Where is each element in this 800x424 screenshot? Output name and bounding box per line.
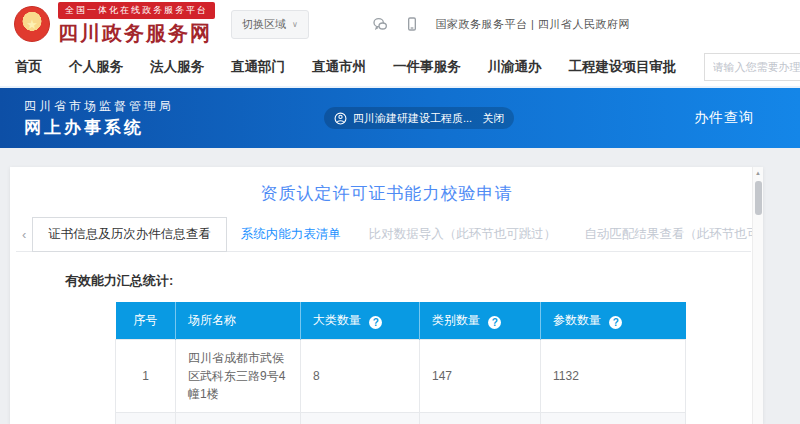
cell-category-count: 147 (420, 340, 541, 413)
site-title: 四川政务服务网 (58, 20, 215, 47)
table-row: 1 四川省成都市武侯区武科东三路9号4幢1楼 8 147 1132 (116, 340, 686, 413)
nav-item-home[interactable]: 首页 (15, 58, 42, 76)
user-name: 四川渝建研建设工程质... (353, 111, 472, 126)
region-switch-label: 切换区域 (242, 17, 286, 32)
help-icon[interactable]: ? (369, 316, 382, 329)
region-switch-button[interactable]: 切换区域 ∨ (231, 10, 309, 39)
page-title: 资质认定许可证书能力校验申请 (10, 182, 763, 205)
bureau-name: 四川省市场监督管理局 (24, 98, 174, 115)
col-header-seq: 序号 (116, 302, 176, 340)
col-header-param-count: 参数数量 ? (541, 302, 686, 340)
capability-summary-table: 序号 场所名称 大类数量 ? 类别数量 ? 参数数量 ? (115, 302, 686, 424)
system-name: 网上办事系统 (24, 116, 174, 139)
tab-data-import[interactable]: 比对数据导入（此环节也可跳过） (355, 218, 571, 251)
cell-total-major: 8 (301, 413, 420, 424)
cell-total-category: 147 (420, 413, 541, 424)
tab-auto-match-result[interactable]: 自动匹配结果查看（此环节也可跳过） (570, 218, 763, 251)
col-header-category-label: 类别数量 (432, 313, 480, 327)
tab-certificate-info[interactable]: 证书信息及历次办件信息查看 (32, 217, 227, 252)
summary-section-label: 有效能力汇总统计: (65, 272, 763, 290)
nav-search: 检索 (704, 53, 800, 81)
table-total-row: 合计 8 147 1132 (116, 413, 686, 424)
content-area: 资质认定许可证书能力校验申请 ‹ 证书信息及历次办件信息查看 系统内能力表清单 … (0, 148, 800, 424)
nav-item-legal-services[interactable]: 法人服务 (150, 58, 204, 76)
top-header: ★ 全国一体化在线政务服务平台 四川政务服务网 切换区域 ∨ 国家政务服务平台 … (0, 0, 800, 48)
user-icon (334, 112, 347, 125)
mobile-icon[interactable] (404, 16, 420, 32)
platform-ribbon: 全国一体化在线政务服务平台 (58, 2, 215, 19)
scrollbar-thumb[interactable] (755, 181, 762, 215)
case-query-link[interactable]: 办件查询 (694, 109, 754, 127)
nav-item-chuanyu[interactable]: 川渝通办 (488, 58, 542, 76)
cell-major-count: 8 (301, 340, 420, 413)
top-right-links: 国家政务服务平台 | 四川省人民政府网 (372, 16, 630, 32)
cell-total-label: 合计 (116, 413, 176, 424)
tab-capability-list[interactable]: 系统内能力表清单 (227, 218, 355, 251)
col-header-major-count: 大类数量 ? (301, 302, 420, 340)
cell-seq: 1 (116, 340, 176, 413)
chevron-down-icon: ∨ (292, 20, 298, 29)
main-nav: 首页 个人服务 法人服务 直通部门 直通市州 一件事服务 川渝通办 工程建设项目… (0, 48, 800, 88)
site-brand: 全国一体化在线政务服务平台 四川政务服务网 (58, 2, 215, 47)
wechat-icon[interactable] (372, 16, 388, 32)
search-input[interactable] (704, 53, 800, 81)
national-emblem-logo: ★ (14, 6, 50, 42)
cell-total-param: 1132 (541, 413, 686, 424)
nav-item-construction-approval[interactable]: 工程建设项目审批 (569, 58, 677, 76)
help-icon[interactable]: ? (609, 316, 622, 329)
application-card: 资质认定许可证书能力校验申请 ‹ 证书信息及历次办件信息查看 系统内能力表清单 … (10, 167, 763, 424)
cell-place: 四川省成都市武侯区武科东三路9号4幢1楼 (176, 340, 301, 413)
system-banner: 四川省市场监督管理局 网上办事系统 四川渝建研建设工程质... 关闭 办件查询 (0, 88, 800, 148)
nav-item-personal-services[interactable]: 个人服务 (69, 58, 123, 76)
cell-param-count: 1132 (541, 340, 686, 413)
emblem-star-icon: ★ (26, 17, 38, 32)
col-header-category-count: 类别数量 ? (420, 302, 541, 340)
page: ★ 全国一体化在线政务服务平台 四川政务服务网 切换区域 ∨ 国家政务服务平台 … (0, 0, 800, 424)
table-header-row: 序号 场所名称 大类数量 ? 类别数量 ? 参数数量 ? (116, 302, 686, 340)
close-session-button[interactable]: 关闭 (482, 111, 504, 126)
nav-item-departments[interactable]: 直通部门 (231, 58, 285, 76)
card-scrollbar[interactable]: ▲ (752, 167, 763, 424)
nav-item-cities[interactable]: 直通市州 (312, 58, 366, 76)
cell-total-place (176, 413, 301, 424)
help-icon[interactable]: ? (488, 316, 501, 329)
step-tabs: ‹ 证书信息及历次办件信息查看 系统内能力表清单 比对数据导入（此环节也可跳过）… (16, 217, 751, 252)
col-header-place: 场所名称 (176, 302, 301, 340)
gov-platform-links[interactable]: 国家政务服务平台 | 四川省人民政府网 (436, 17, 630, 32)
nav-item-one-thing[interactable]: 一件事服务 (393, 58, 461, 76)
tabs-prev-icon[interactable]: ‹ (16, 227, 32, 242)
scroll-up-icon[interactable]: ▲ (753, 170, 763, 176)
system-banner-titles: 四川省市场监督管理局 网上办事系统 (24, 98, 174, 139)
logged-in-user-pill[interactable]: 四川渝建研建设工程质... 关闭 (324, 107, 514, 129)
col-header-param-label: 参数数量 (553, 313, 601, 327)
col-header-major-label: 大类数量 (313, 313, 361, 327)
